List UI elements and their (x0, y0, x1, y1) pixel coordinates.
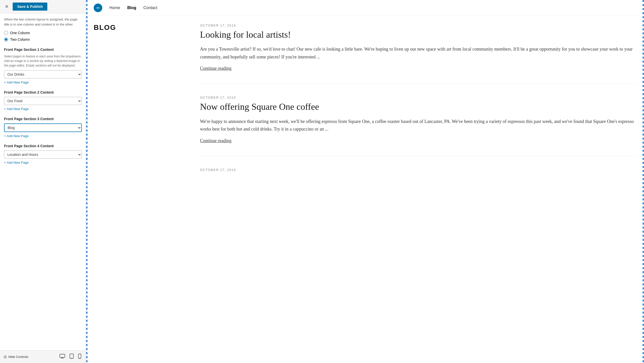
section-2-add-new[interactable]: + Add New Page (4, 107, 29, 111)
blog-posts-col: OCTOBER 17, 2016 Looking for local artis… (195, 24, 636, 189)
two-column-radio[interactable] (4, 37, 8, 41)
section-2-block: Front Page Section 2 Content Our Drinks … (4, 90, 82, 112)
post-2-excerpt: We're happy to announce that starting ne… (200, 118, 636, 133)
hide-controls-circle-icon: ⊙ (4, 354, 7, 359)
one-column-radio[interactable] (4, 31, 8, 35)
blog-post-1: OCTOBER 17, 2016 Looking for local artis… (200, 24, 636, 83)
tablet-icon-button[interactable] (69, 353, 75, 360)
svg-point-5 (71, 358, 72, 358)
site-nav: ✏ Home Blog Contact (88, 0, 642, 16)
post-1-title: Looking for local artists! (200, 29, 636, 40)
post-1-date: OCTOBER 17, 2016 (200, 24, 636, 27)
section-1-dropdown[interactable]: Our Drinks Our Food Blog Location and Ho… (4, 70, 82, 78)
post-2-date: OCTOBER 17, 2016 (200, 96, 636, 99)
post-1-excerpt: Are you a Townsville artist? If so, we'd… (200, 45, 636, 61)
section-3-dropdown[interactable]: Our Drinks Our Food Blog Location and Ho… (4, 123, 82, 132)
layout-description: When the two column layout is assigned, … (4, 17, 82, 27)
hide-controls-button[interactable]: ⊙ Hide Controls (4, 354, 28, 359)
section-3-block: Front Page Section 3 Content Our Drinks … (4, 117, 82, 139)
section-3-title: Front Page Section 3 Content (4, 117, 82, 121)
layout-radio-group: One Column Two Column (4, 31, 82, 41)
nav-blog[interactable]: Blog (127, 6, 136, 10)
blog-post-3: OCTOBER 17, 2016 (200, 168, 636, 189)
right-dashed-divider (642, 0, 644, 363)
section-4-dropdown[interactable]: Our Drinks Our Food Blog Location and Ho… (4, 151, 82, 159)
section-1-description: Select pages to feature in each area fro… (4, 54, 82, 68)
two-column-option[interactable]: Two Column (4, 37, 82, 41)
nav-contact[interactable]: Contact (143, 6, 157, 10)
section-2-title: Front Page Section 2 Content (4, 90, 82, 94)
desktop-icon-button[interactable] (58, 353, 66, 360)
section-2-dropdown[interactable]: Our Drinks Our Food Blog Location and Ho… (4, 97, 82, 105)
panel-top-bar: ✕ Save & Publish (0, 0, 86, 13)
left-panel: ✕ Save & Publish When the two column lay… (0, 0, 86, 363)
blog-content: BLOG OCTOBER 17, 2016 Looking for local … (88, 16, 642, 197)
blog-title-col: BLOG (94, 24, 195, 189)
panel-body: When the two column layout is assigned, … (0, 13, 86, 350)
svg-rect-0 (60, 354, 65, 357)
blog-post-2: OCTOBER 17, 2016 Now offering Square One… (200, 96, 636, 156)
blog-page-title: BLOG (94, 24, 195, 32)
post-2-continue-reading[interactable]: Continue reading (200, 138, 231, 143)
section-4-add-new[interactable]: + Add New Page (4, 161, 29, 164)
device-icons-group (58, 353, 82, 360)
one-column-option[interactable]: One Column (4, 31, 82, 35)
nav-home[interactable]: Home (109, 6, 120, 10)
pencil-icon[interactable]: ✏ (94, 4, 102, 12)
svg-point-7 (79, 358, 80, 358)
panel-bottom-bar: ⊙ Hide Controls (0, 350, 86, 363)
section-1-add-new[interactable]: + Add New Page (4, 80, 29, 84)
section-1-block: Front Page Section 1 Content Select page… (4, 48, 82, 85)
save-publish-button[interactable]: Save & Publish (13, 3, 47, 11)
close-button[interactable]: ✕ (3, 3, 10, 10)
post-2-title: Now offering Square One coffee (200, 101, 636, 112)
nav-links: Home Blog Contact (109, 6, 157, 10)
post-3-date: OCTOBER 17, 2016 (200, 168, 636, 172)
one-column-label: One Column (10, 31, 30, 35)
two-column-label: Two Column (10, 37, 30, 41)
right-panel: ✏ Home Blog Contact BLOG OCTOBER 17, 201… (88, 0, 642, 363)
post-1-continue-reading[interactable]: Continue reading (200, 66, 231, 71)
hide-controls-label: Hide Controls (8, 355, 28, 359)
section-4-title: Front Page Section 4 Content (4, 144, 82, 148)
section-4-block: Front Page Section 4 Content Our Drinks … (4, 144, 82, 165)
mobile-icon-button[interactable] (77, 353, 82, 360)
section-1-title: Front Page Section 1 Content (4, 48, 82, 52)
section-3-add-new[interactable]: + Add New Page (4, 134, 29, 138)
